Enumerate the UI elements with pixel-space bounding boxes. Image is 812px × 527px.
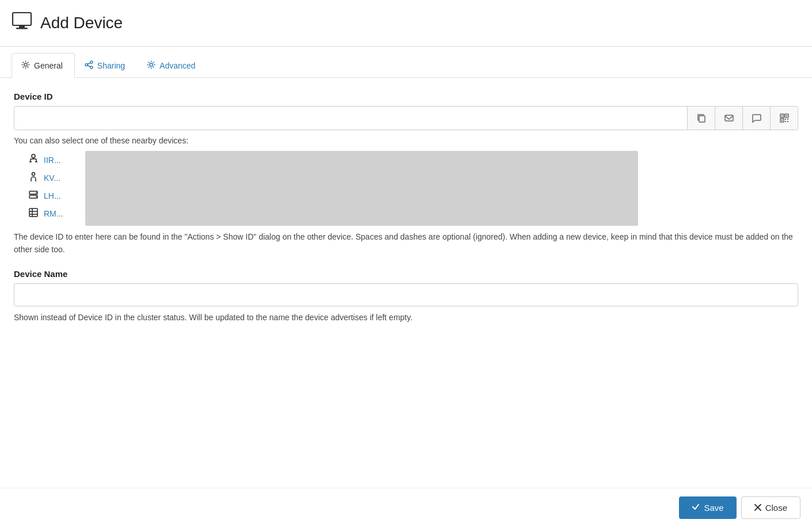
page-header: Add Device [0, 0, 812, 47]
device-name-label: Device Name [14, 269, 798, 279]
svg-point-3 [24, 63, 27, 66]
device-icon-2 [28, 189, 39, 202]
tab-general[interactable]: General [12, 53, 75, 78]
svg-rect-0 [13, 13, 31, 25]
tab-general-label: General [34, 61, 63, 70]
close-button[interactable]: Close [741, 496, 800, 519]
page-title: Add Device [40, 14, 123, 32]
svg-rect-21 [787, 121, 788, 122]
device-name-section: Device Name Shown instead of Device ID i… [14, 269, 798, 324]
svg-rect-10 [699, 116, 705, 122]
svg-point-29 [32, 173, 35, 176]
svg-rect-34 [29, 208, 37, 217]
svg-point-5 [85, 64, 88, 66]
svg-point-22 [32, 154, 35, 158]
qr-button[interactable] [770, 107, 798, 130]
tab-sharing[interactable]: Sharing [75, 53, 137, 78]
device-name-help: Shown instead of Device ID in the cluste… [14, 311, 798, 324]
svg-rect-11 [725, 115, 733, 121]
device-id-help: The device ID to enter here can be found… [14, 230, 798, 256]
nearby-devices-list: IIR... KV... [28, 151, 798, 222]
svg-point-4 [90, 61, 93, 63]
svg-point-33 [36, 196, 37, 198]
tab-advanced[interactable]: Advanced [137, 53, 207, 78]
tabs-bar: General Sharing Advanced [0, 52, 812, 78]
tab-advanced-label: Advanced [160, 61, 195, 70]
svg-rect-2 [16, 28, 28, 29]
main-content: Device ID [0, 78, 812, 382]
nearby-text: You can also select one of these nearby … [14, 136, 798, 145]
chat-button[interactable] [742, 107, 770, 130]
device-icon [12, 10, 32, 36]
save-button[interactable]: Save [679, 496, 736, 519]
svg-point-6 [90, 66, 93, 69]
svg-point-32 [36, 192, 37, 194]
device-icon-0 [28, 153, 39, 166]
email-button[interactable] [715, 107, 742, 130]
device-icon-1 [28, 171, 39, 184]
save-label: Save [704, 503, 723, 513]
svg-line-8 [88, 66, 90, 67]
device-id-label: Device ID [14, 92, 798, 101]
general-tab-icon [21, 60, 30, 71]
svg-rect-19 [787, 119, 788, 120]
svg-rect-18 [785, 119, 786, 120]
nearby-device-label-2: LH... [44, 191, 61, 200]
svg-rect-16 [786, 115, 787, 116]
close-x-icon [754, 503, 761, 513]
footer-bar: Save Close [0, 488, 812, 527]
device-id-input[interactable] [14, 107, 687, 130]
nearby-device-label-1: KV... [44, 173, 60, 183]
tab-sharing-label: Sharing [97, 61, 125, 70]
copy-button[interactable] [687, 107, 715, 130]
sharing-tab-icon [85, 60, 93, 71]
nearby-device-label-3: RM... [44, 209, 63, 218]
svg-rect-17 [781, 120, 783, 121]
device-name-input[interactable] [14, 283, 798, 306]
svg-rect-15 [781, 115, 783, 116]
svg-line-7 [88, 63, 90, 65]
save-check-icon [692, 503, 700, 513]
close-label: Close [765, 503, 787, 513]
privacy-overlay [85, 151, 638, 226]
advanced-tab-icon [147, 60, 155, 71]
device-id-section: Device ID [14, 92, 798, 256]
svg-rect-1 [19, 25, 25, 28]
svg-rect-20 [785, 121, 786, 122]
device-id-row [14, 106, 798, 130]
nearby-device-label-0: IIR... [44, 156, 61, 165]
device-icon-3 [28, 207, 39, 220]
svg-point-9 [150, 63, 153, 66]
